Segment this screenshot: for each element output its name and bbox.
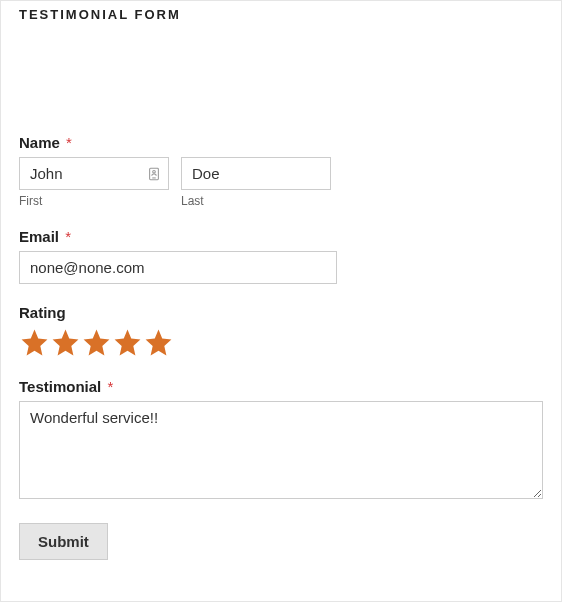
- star-3[interactable]: [81, 327, 112, 358]
- rating-label: Rating: [19, 304, 543, 321]
- email-field-group: Email *: [19, 228, 543, 284]
- first-name-sublabel: First: [19, 194, 169, 208]
- testimonial-form-container: TESTIMONIAL FORM Name *: [0, 0, 562, 602]
- star-5[interactable]: [143, 327, 174, 358]
- first-name-input[interactable]: [19, 157, 169, 190]
- rating-stars: [19, 327, 543, 358]
- last-name-sublabel: Last: [181, 194, 331, 208]
- submit-button[interactable]: Submit: [19, 523, 108, 560]
- email-label-text: Email: [19, 228, 59, 245]
- testimonial-label: Testimonial *: [19, 378, 543, 395]
- star-2[interactable]: [50, 327, 81, 358]
- name-label-text: Name: [19, 134, 60, 151]
- first-name-col: First: [19, 157, 169, 208]
- last-name-col: Last: [181, 157, 331, 208]
- email-label: Email *: [19, 228, 543, 245]
- required-marker: *: [65, 228, 71, 245]
- form-body: Name *: [19, 26, 543, 560]
- name-label: Name *: [19, 134, 543, 151]
- name-field-group: Name *: [19, 134, 543, 208]
- star-4[interactable]: [112, 327, 143, 358]
- required-marker: *: [66, 134, 72, 151]
- rating-field-group: Rating: [19, 304, 543, 358]
- form-title: TESTIMONIAL FORM: [19, 1, 543, 26]
- last-name-input[interactable]: [181, 157, 331, 190]
- testimonial-label-text: Testimonial: [19, 378, 101, 395]
- required-marker: *: [107, 378, 113, 395]
- first-name-wrapper: [19, 157, 169, 190]
- email-input[interactable]: [19, 251, 337, 284]
- star-1[interactable]: [19, 327, 50, 358]
- name-row: First Last: [19, 157, 543, 208]
- testimonial-field-group: Testimonial *: [19, 378, 543, 503]
- testimonial-textarea[interactable]: [19, 401, 543, 499]
